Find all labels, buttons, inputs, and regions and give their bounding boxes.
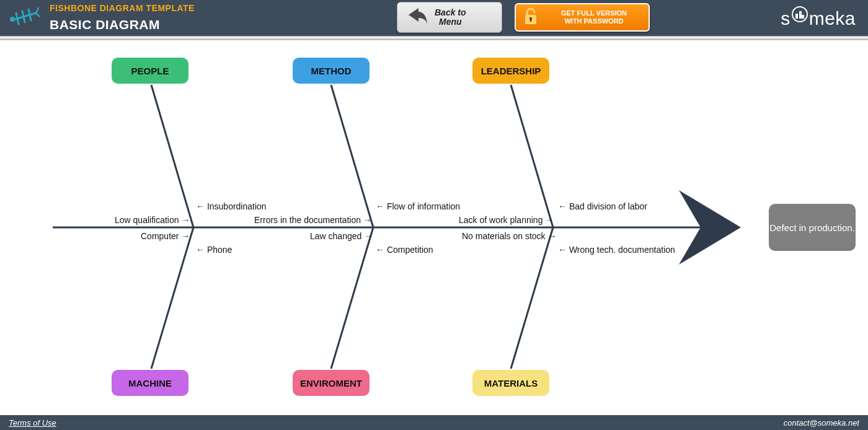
page-title: BASIC DIAGRAM — [50, 17, 160, 32]
svg-line-8 — [151, 227, 193, 369]
back-arrow-icon — [406, 6, 430, 29]
cause-flow-of-information: ← Flow of information — [376, 201, 460, 211]
cause-law-changed: Law changed → — [310, 231, 373, 241]
cause-bad-division-labor: ← Bad division of labor — [558, 201, 647, 211]
cause-low-qualification: Low qualification → — [115, 215, 190, 225]
svg-point-0 — [10, 17, 15, 22]
template-title: FISHBONE DIAGRAM TEMPLATE — [50, 3, 195, 13]
unlock-icon — [522, 7, 539, 28]
cause-errors-documentation: Errors in the documentation → — [254, 215, 372, 225]
contact-email[interactable]: contact@someka.net — [784, 418, 859, 428]
category-leadership[interactable]: LEADERSHIP — [472, 58, 549, 84]
svg-line-5 — [151, 85, 193, 227]
header: FISHBONE DIAGRAM TEMPLATE BASIC DIAGRAM … — [0, 0, 868, 37]
svg-line-6 — [331, 85, 373, 227]
back-button-label: Back toMenu — [435, 8, 466, 27]
cause-phone: ← Phone — [196, 245, 232, 255]
fishbone-logo-icon — [3, 0, 43, 36]
cause-no-materials-stock: No materials on stock → — [462, 231, 557, 241]
terms-of-use-link[interactable]: Terms of Use — [9, 418, 56, 428]
cause-lack-work-planning: Lack of work planning → — [459, 215, 554, 225]
cause-wrong-tech-doc: ← Wrong tech. documentation — [558, 245, 675, 255]
svg-line-9 — [331, 227, 373, 369]
fishbone-diagram: PEOPLE METHOD LEADERSHIP MACHINE ENVIROM… — [0, 40, 868, 412]
category-method[interactable]: METHOD — [293, 58, 370, 84]
someka-brand-logo: smeka — [781, 6, 856, 29]
fishbone-skeleton — [0, 40, 868, 412]
cause-computer: Computer → — [141, 231, 190, 241]
cause-insubordination: ← Insubordination — [196, 201, 267, 211]
back-to-menu-button[interactable]: Back toMenu — [397, 2, 502, 33]
svg-line-7 — [511, 85, 553, 227]
category-people[interactable]: PEOPLE — [112, 58, 188, 84]
get-full-version-button[interactable]: GET FULL VERSIONWITH PASSWORD — [515, 3, 650, 32]
full-version-label: GET FULL VERSIONWITH PASSWORD — [544, 9, 649, 25]
category-enviroment[interactable]: ENVIROMENT — [293, 370, 370, 396]
svg-rect-3 — [530, 19, 531, 22]
category-machine[interactable]: MACHINE — [112, 370, 188, 396]
category-materials[interactable]: MATERIALS — [472, 370, 549, 396]
svg-line-10 — [511, 227, 553, 369]
footer: Terms of Use contact@someka.net — [0, 415, 868, 430]
effect-box[interactable]: Defect in production. — [769, 204, 856, 251]
cause-competition: ← Competition — [376, 245, 433, 255]
